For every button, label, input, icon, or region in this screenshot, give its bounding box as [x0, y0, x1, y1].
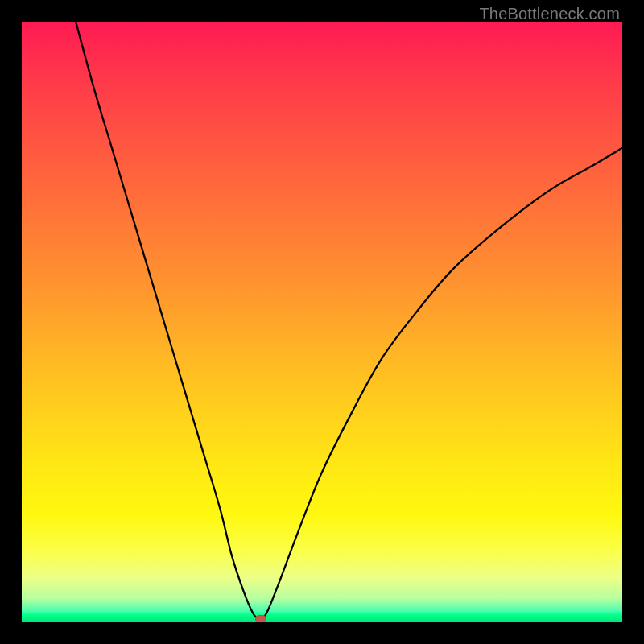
bottleneck-curve [22, 22, 622, 622]
curve-right-branch [262, 148, 622, 620]
watermark-text: TheBottleneck.com [479, 5, 620, 23]
chart-frame: TheBottleneck.com [0, 0, 644, 644]
plot-area [22, 22, 622, 622]
curve-left-branch [76, 22, 259, 620]
optimum-marker [255, 615, 266, 622]
